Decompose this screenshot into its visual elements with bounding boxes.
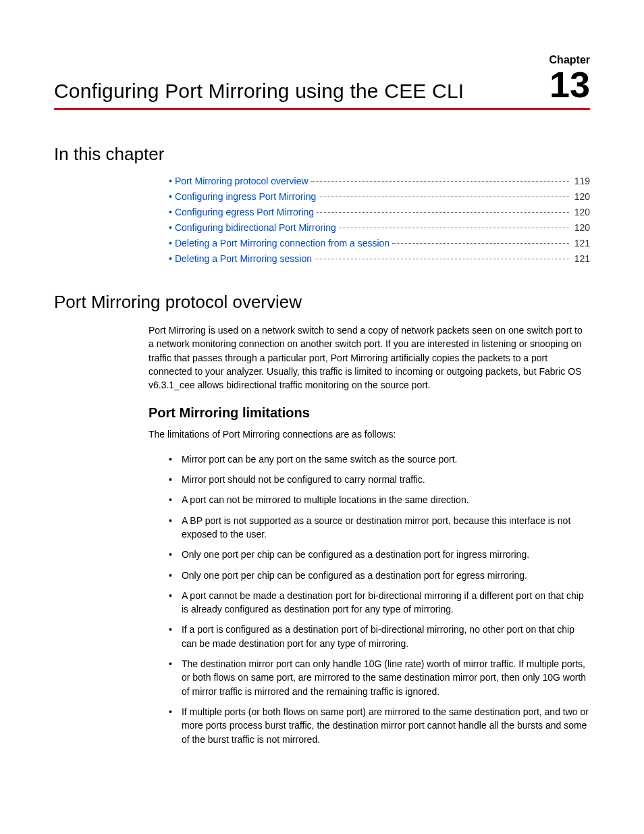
list-item: •A port can not be mirrored to multiple … (169, 493, 590, 506)
bullet-icon: • (169, 514, 172, 542)
toc-link[interactable]: Configuring bidirectional Port Mirroring (175, 222, 336, 233)
chapter-header: Configuring Port Mirroring using the CEE… (54, 54, 590, 110)
toc-item: • Configuring egress Port Mirroring 120 (169, 207, 590, 218)
bullet-icon: • (169, 473, 172, 486)
list-item-text: Mirror port should not be configured to … (182, 473, 425, 486)
toc-leader-dots (319, 197, 568, 197)
bullet-icon: • (169, 191, 172, 202)
list-item: •If a port is configured as a destinatio… (169, 623, 590, 650)
toc-leader-dots (392, 243, 568, 244)
bullet-icon: • (169, 569, 172, 582)
toc-item: • Deleting a Port Mirroring session 121 (169, 253, 590, 265)
list-item-text: If multiple ports (or both flows on same… (182, 705, 590, 746)
toc-link[interactable]: Configuring egress Port Mirroring (175, 207, 314, 217)
toc-page-number: 121 (574, 253, 590, 264)
list-item-text: Mirror port can be any port on the same … (182, 452, 458, 466)
overview-paragraph: Port Mirroring is used on a network swit… (149, 323, 590, 392)
bullet-icon: • (169, 705, 172, 746)
protocol-overview-heading: Port Mirroring protocol overview (54, 292, 590, 313)
toc-leader-dots (317, 212, 569, 213)
list-item: •The destination mirror port can only ha… (169, 657, 590, 698)
toc-link[interactable]: Configuring ingress Port Mirroring (175, 191, 316, 202)
toc-item: • Deleting a Port Mirroring connection f… (169, 238, 590, 249)
toc-leader-dots (339, 228, 569, 228)
bullet-icon: • (169, 222, 172, 233)
toc-item: • Configuring ingress Port Mirroring 120 (169, 191, 590, 203)
list-item: •Mirror port can be any port on the same… (169, 452, 590, 466)
list-item-text: A BP port is not supported as a source o… (182, 514, 590, 542)
bullet-icon: • (169, 589, 172, 617)
list-item-text: The destination mirror port can only han… (182, 657, 590, 698)
toc-page-number: 120 (574, 207, 590, 217)
bullet-icon: • (169, 493, 172, 506)
toc-link[interactable]: Deleting a Port Mirroring session (175, 253, 312, 264)
list-item-text: Only one port per chip can be configured… (182, 569, 527, 582)
list-item: •If multiple ports (or both flows on sam… (169, 705, 590, 746)
chapter-title: Configuring Port Mirroring using the CEE… (54, 80, 464, 103)
bullet-icon: • (169, 176, 172, 186)
chapter-number: 13 (549, 64, 590, 105)
toc-page-number: 119 (574, 176, 590, 186)
toc-leader-dots (311, 181, 569, 182)
table-of-contents: • Port Mirroring protocol overview 119 •… (169, 176, 590, 265)
bullet-icon: • (169, 253, 172, 264)
list-item: •Only one port per chip can be configure… (169, 569, 590, 582)
toc-page-number: 121 (574, 238, 590, 249)
list-item-text: Only one port per chip can be configured… (182, 548, 529, 561)
toc-link[interactable]: Port Mirroring protocol overview (175, 176, 308, 186)
toc-item: • Port Mirroring protocol overview 119 (169, 176, 590, 187)
list-item: •A BP port is not supported as a source … (169, 514, 590, 542)
toc-page-number: 120 (574, 191, 590, 202)
in-this-chapter-heading: In this chapter (54, 144, 590, 165)
bullet-icon: • (169, 548, 172, 561)
bullet-icon: • (169, 623, 172, 650)
toc-leader-dots (315, 259, 569, 259)
list-item-text: If a port is configured as a destination… (182, 623, 590, 650)
list-item-text: A port cannot be made a destination port… (182, 589, 590, 617)
toc-link[interactable]: Deleting a Port Mirroring connection fro… (175, 238, 390, 249)
list-item: •A port cannot be made a destination por… (169, 589, 590, 617)
limitations-intro: The limitations of Port Mirroring connec… (149, 427, 590, 441)
bullet-icon: • (169, 238, 172, 249)
bullet-icon: • (169, 657, 172, 698)
list-item: •Mirror port should not be configured to… (169, 473, 590, 486)
limitations-heading: Port Mirroring limitations (149, 405, 590, 421)
list-item: •Only one port per chip can be configure… (169, 548, 590, 561)
chapter-side: Chapter 13 (549, 54, 590, 103)
toc-item: • Configuring bidirectional Port Mirrori… (169, 222, 590, 234)
bullet-icon: • (169, 452, 172, 466)
limitations-list: •Mirror port can be any port on the same… (169, 452, 590, 746)
bullet-icon: • (169, 207, 172, 217)
toc-page-number: 120 (574, 222, 590, 233)
list-item-text: A port can not be mirrored to multiple l… (182, 493, 469, 506)
